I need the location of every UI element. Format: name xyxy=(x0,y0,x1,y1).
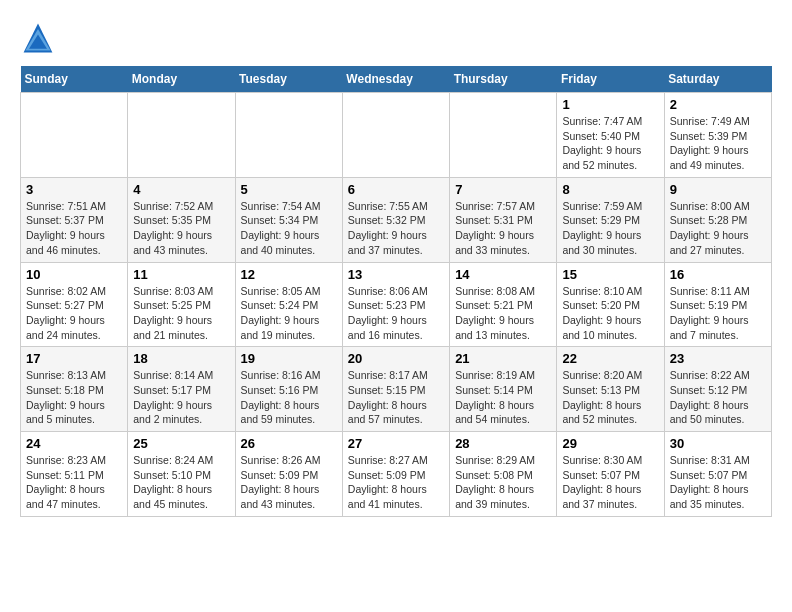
calendar-table: SundayMondayTuesdayWednesdayThursdayFrid… xyxy=(20,66,772,517)
calendar-cell: 11Sunrise: 8:03 AMSunset: 5:25 PMDayligh… xyxy=(128,262,235,347)
header-cell-wednesday: Wednesday xyxy=(342,66,449,93)
day-detail: Sunrise: 8:13 AMSunset: 5:18 PMDaylight:… xyxy=(26,368,122,427)
calendar-cell: 23Sunrise: 8:22 AMSunset: 5:12 PMDayligh… xyxy=(664,347,771,432)
day-detail: Sunrise: 7:54 AMSunset: 5:34 PMDaylight:… xyxy=(241,199,337,258)
day-detail: Sunrise: 7:49 AMSunset: 5:39 PMDaylight:… xyxy=(670,114,766,173)
header-row: SundayMondayTuesdayWednesdayThursdayFrid… xyxy=(21,66,772,93)
day-number: 10 xyxy=(26,267,122,282)
calendar-cell: 5Sunrise: 7:54 AMSunset: 5:34 PMDaylight… xyxy=(235,177,342,262)
day-number: 5 xyxy=(241,182,337,197)
day-detail: Sunrise: 8:08 AMSunset: 5:21 PMDaylight:… xyxy=(455,284,551,343)
day-number: 17 xyxy=(26,351,122,366)
calendar-cell: 8Sunrise: 7:59 AMSunset: 5:29 PMDaylight… xyxy=(557,177,664,262)
calendar-cell xyxy=(128,93,235,178)
calendar-row: 17Sunrise: 8:13 AMSunset: 5:18 PMDayligh… xyxy=(21,347,772,432)
day-number: 26 xyxy=(241,436,337,451)
day-number: 18 xyxy=(133,351,229,366)
calendar-cell: 12Sunrise: 8:05 AMSunset: 5:24 PMDayligh… xyxy=(235,262,342,347)
calendar-cell: 26Sunrise: 8:26 AMSunset: 5:09 PMDayligh… xyxy=(235,432,342,517)
calendar-cell: 15Sunrise: 8:10 AMSunset: 5:20 PMDayligh… xyxy=(557,262,664,347)
day-number: 23 xyxy=(670,351,766,366)
header-cell-tuesday: Tuesday xyxy=(235,66,342,93)
calendar-cell: 28Sunrise: 8:29 AMSunset: 5:08 PMDayligh… xyxy=(450,432,557,517)
calendar-cell: 9Sunrise: 8:00 AMSunset: 5:28 PMDaylight… xyxy=(664,177,771,262)
day-detail: Sunrise: 7:47 AMSunset: 5:40 PMDaylight:… xyxy=(562,114,658,173)
header-cell-monday: Monday xyxy=(128,66,235,93)
day-number: 9 xyxy=(670,182,766,197)
calendar-row: 24Sunrise: 8:23 AMSunset: 5:11 PMDayligh… xyxy=(21,432,772,517)
day-detail: Sunrise: 7:51 AMSunset: 5:37 PMDaylight:… xyxy=(26,199,122,258)
day-detail: Sunrise: 8:00 AMSunset: 5:28 PMDaylight:… xyxy=(670,199,766,258)
header-cell-sunday: Sunday xyxy=(21,66,128,93)
day-detail: Sunrise: 8:06 AMSunset: 5:23 PMDaylight:… xyxy=(348,284,444,343)
header-cell-thursday: Thursday xyxy=(450,66,557,93)
day-detail: Sunrise: 8:24 AMSunset: 5:10 PMDaylight:… xyxy=(133,453,229,512)
day-detail: Sunrise: 8:11 AMSunset: 5:19 PMDaylight:… xyxy=(670,284,766,343)
day-number: 8 xyxy=(562,182,658,197)
day-detail: Sunrise: 8:27 AMSunset: 5:09 PMDaylight:… xyxy=(348,453,444,512)
day-number: 7 xyxy=(455,182,551,197)
day-detail: Sunrise: 8:10 AMSunset: 5:20 PMDaylight:… xyxy=(562,284,658,343)
day-detail: Sunrise: 7:55 AMSunset: 5:32 PMDaylight:… xyxy=(348,199,444,258)
day-detail: Sunrise: 8:31 AMSunset: 5:07 PMDaylight:… xyxy=(670,453,766,512)
day-number: 22 xyxy=(562,351,658,366)
calendar-cell: 16Sunrise: 8:11 AMSunset: 5:19 PMDayligh… xyxy=(664,262,771,347)
header-cell-saturday: Saturday xyxy=(664,66,771,93)
day-number: 30 xyxy=(670,436,766,451)
calendar-cell: 13Sunrise: 8:06 AMSunset: 5:23 PMDayligh… xyxy=(342,262,449,347)
day-detail: Sunrise: 8:22 AMSunset: 5:12 PMDaylight:… xyxy=(670,368,766,427)
day-number: 29 xyxy=(562,436,658,451)
day-detail: Sunrise: 7:59 AMSunset: 5:29 PMDaylight:… xyxy=(562,199,658,258)
page-header xyxy=(20,20,772,56)
calendar-cell: 21Sunrise: 8:19 AMSunset: 5:14 PMDayligh… xyxy=(450,347,557,432)
day-number: 1 xyxy=(562,97,658,112)
calendar-cell: 19Sunrise: 8:16 AMSunset: 5:16 PMDayligh… xyxy=(235,347,342,432)
calendar-cell: 17Sunrise: 8:13 AMSunset: 5:18 PMDayligh… xyxy=(21,347,128,432)
day-number: 3 xyxy=(26,182,122,197)
day-number: 13 xyxy=(348,267,444,282)
day-number: 4 xyxy=(133,182,229,197)
calendar-cell: 1Sunrise: 7:47 AMSunset: 5:40 PMDaylight… xyxy=(557,93,664,178)
calendar-cell: 25Sunrise: 8:24 AMSunset: 5:10 PMDayligh… xyxy=(128,432,235,517)
day-number: 11 xyxy=(133,267,229,282)
day-detail: Sunrise: 8:16 AMSunset: 5:16 PMDaylight:… xyxy=(241,368,337,427)
day-detail: Sunrise: 8:26 AMSunset: 5:09 PMDaylight:… xyxy=(241,453,337,512)
logo xyxy=(20,20,62,56)
day-number: 16 xyxy=(670,267,766,282)
calendar-cell: 14Sunrise: 8:08 AMSunset: 5:21 PMDayligh… xyxy=(450,262,557,347)
day-detail: Sunrise: 8:03 AMSunset: 5:25 PMDaylight:… xyxy=(133,284,229,343)
calendar-cell xyxy=(21,93,128,178)
calendar-cell xyxy=(342,93,449,178)
day-number: 25 xyxy=(133,436,229,451)
calendar-cell: 7Sunrise: 7:57 AMSunset: 5:31 PMDaylight… xyxy=(450,177,557,262)
day-number: 27 xyxy=(348,436,444,451)
calendar-cell: 29Sunrise: 8:30 AMSunset: 5:07 PMDayligh… xyxy=(557,432,664,517)
day-number: 2 xyxy=(670,97,766,112)
day-number: 21 xyxy=(455,351,551,366)
calendar-cell: 6Sunrise: 7:55 AMSunset: 5:32 PMDaylight… xyxy=(342,177,449,262)
calendar-cell: 18Sunrise: 8:14 AMSunset: 5:17 PMDayligh… xyxy=(128,347,235,432)
calendar-cell: 4Sunrise: 7:52 AMSunset: 5:35 PMDaylight… xyxy=(128,177,235,262)
calendar-cell: 3Sunrise: 7:51 AMSunset: 5:37 PMDaylight… xyxy=(21,177,128,262)
day-detail: Sunrise: 7:57 AMSunset: 5:31 PMDaylight:… xyxy=(455,199,551,258)
calendar-row: 10Sunrise: 8:02 AMSunset: 5:27 PMDayligh… xyxy=(21,262,772,347)
day-detail: Sunrise: 7:52 AMSunset: 5:35 PMDaylight:… xyxy=(133,199,229,258)
day-number: 20 xyxy=(348,351,444,366)
day-detail: Sunrise: 8:14 AMSunset: 5:17 PMDaylight:… xyxy=(133,368,229,427)
header-cell-friday: Friday xyxy=(557,66,664,93)
calendar-cell: 2Sunrise: 7:49 AMSunset: 5:39 PMDaylight… xyxy=(664,93,771,178)
day-number: 28 xyxy=(455,436,551,451)
calendar-row: 1Sunrise: 7:47 AMSunset: 5:40 PMDaylight… xyxy=(21,93,772,178)
day-detail: Sunrise: 8:29 AMSunset: 5:08 PMDaylight:… xyxy=(455,453,551,512)
day-detail: Sunrise: 8:05 AMSunset: 5:24 PMDaylight:… xyxy=(241,284,337,343)
day-detail: Sunrise: 8:30 AMSunset: 5:07 PMDaylight:… xyxy=(562,453,658,512)
calendar-cell: 30Sunrise: 8:31 AMSunset: 5:07 PMDayligh… xyxy=(664,432,771,517)
day-number: 24 xyxy=(26,436,122,451)
day-number: 19 xyxy=(241,351,337,366)
day-detail: Sunrise: 8:20 AMSunset: 5:13 PMDaylight:… xyxy=(562,368,658,427)
calendar-cell xyxy=(235,93,342,178)
day-number: 15 xyxy=(562,267,658,282)
calendar-cell xyxy=(450,93,557,178)
day-number: 6 xyxy=(348,182,444,197)
day-detail: Sunrise: 8:23 AMSunset: 5:11 PMDaylight:… xyxy=(26,453,122,512)
